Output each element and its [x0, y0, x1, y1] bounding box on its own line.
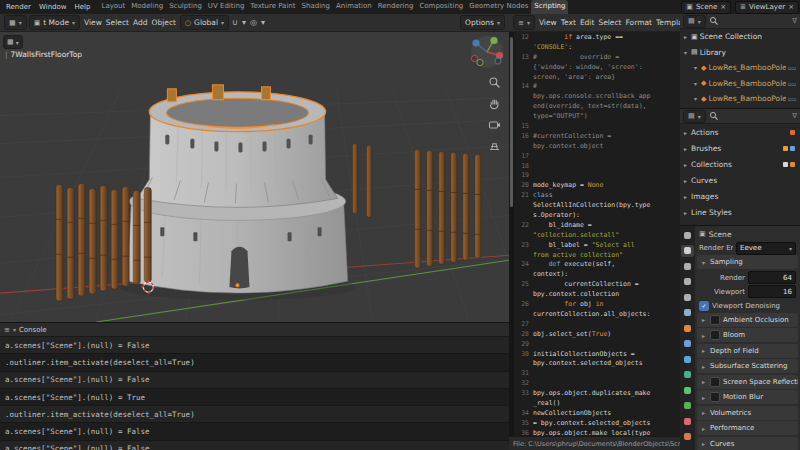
viewport-menu-item[interactable]: View — [82, 18, 104, 27]
props-section-header[interactable]: ▸ Subsurface Scattering — [697, 359, 798, 373]
props-tab[interactable] — [681, 431, 694, 443]
props-tab[interactable] — [681, 353, 694, 365]
disclosure-arrow-icon[interactable]: ▸ — [682, 161, 689, 168]
scrollbar-thumb[interactable] — [510, 37, 513, 207]
fileview-row[interactable]: ▸ Actions — [680, 124, 800, 140]
props-tab[interactable] — [681, 400, 694, 412]
outliner-row[interactable]: ▾ ▤ Library — [680, 45, 800, 61]
viewport-menu-item[interactable]: Add — [131, 18, 150, 27]
info-log-line[interactable]: a.scenes["Scene"].(null) = False — [0, 441, 509, 450]
outliner-row[interactable]: ▸ ▣ Scene Collection — [680, 29, 800, 45]
info-log-line[interactable]: a.scenes["Scene"].(null) = False — [0, 372, 509, 389]
workspace-tab[interactable]: Scripting — [531, 0, 568, 14]
section-checkbox[interactable] — [710, 377, 720, 387]
scene-selector[interactable]: ▣ Scene × — [681, 1, 731, 14]
editor-type-button[interactable]: ▤▾ — [683, 110, 706, 123]
console-editor-icon[interactable]: ≡ — [4, 326, 10, 334]
workspace-tab[interactable]: Geometry Nodes — [466, 0, 531, 14]
text-editor-menu-item[interactable]: Format — [624, 18, 654, 27]
props-section-header[interactable]: ▸ Curves — [697, 437, 798, 450]
fileview-row[interactable]: ▸ Images — [680, 188, 800, 204]
workspace-tab[interactable]: Sculpting — [166, 0, 205, 14]
workspace-tab[interactable]: Animation — [333, 0, 375, 14]
fileview-row[interactable]: ▸ Collections — [680, 156, 800, 172]
overlay-collection-button[interactable]: ▦ ▾ — [3, 35, 23, 49]
props-section-header[interactable]: ▸ Screen Space Reflections — [697, 375, 798, 389]
falloff-dropdown-icon[interactable]: ▾ — [260, 18, 266, 27]
props-section-header[interactable]: ▸ Volumetrics — [697, 406, 798, 420]
filter-icon[interactable]: ∇ — [792, 17, 797, 25]
3d-scene-canvas[interactable] — [0, 32, 509, 322]
info-log-line[interactable]: a.scenes["Scene"].(null) = False — [0, 337, 509, 354]
editor-scrollbar[interactable] — [509, 32, 514, 436]
workspace-tab[interactable]: Texture Paint — [247, 0, 298, 14]
number-field[interactable]: 16 — [748, 285, 796, 298]
section-checkbox[interactable] — [710, 315, 720, 325]
info-log-line[interactable]: a.scenes["Scene"].(null) = False — [0, 423, 509, 440]
disclosure-arrow-icon[interactable]: ▸ — [682, 193, 689, 200]
editor-type-button[interactable]: ▤▾ — [683, 15, 706, 28]
props-tab[interactable] — [681, 369, 694, 381]
props-tab[interactable] — [681, 307, 694, 319]
props-tab[interactable] — [681, 338, 694, 350]
move-view-hand-icon[interactable] — [488, 97, 501, 110]
snap-dropdown-icon[interactable]: ▾ — [241, 18, 247, 27]
camera-view-icon[interactable] — [488, 118, 501, 131]
close-icon[interactable]: × — [720, 3, 726, 11]
fileview-row[interactable]: ▸ Curves — [680, 172, 800, 188]
props-tab[interactable] — [681, 245, 694, 257]
props-tab[interactable] — [681, 291, 694, 303]
props-section-header[interactable]: ▸ Bloom — [697, 328, 798, 342]
disclosure-arrow-icon[interactable]: ▸ — [682, 129, 689, 136]
props-section-header[interactable]: ▸ Ambient Occlusion — [697, 313, 798, 327]
close-icon[interactable]: × — [788, 3, 794, 11]
perspective-toggle-icon[interactable] — [488, 139, 501, 152]
text-editor-menu-item[interactable]: Templates — [654, 18, 680, 27]
viewport-menu-item[interactable]: Select — [104, 18, 131, 27]
section-checkbox[interactable] — [710, 392, 720, 402]
zoom-icon[interactable] — [488, 76, 501, 89]
code-area[interactable]: 12 if area.type =='CONSOLE':13# override… — [515, 33, 680, 436]
disclosure-arrow-icon[interactable]: ▾ — [692, 95, 699, 102]
disclosure-arrow-icon[interactable]: ▸ — [682, 209, 689, 216]
options-button[interactable]: Options▾ — [460, 15, 505, 30]
topbar-menu-item[interactable]: Window — [35, 3, 71, 11]
viewport-menu-item[interactable]: Object — [150, 18, 178, 27]
disclosure-arrow-icon[interactable]: ▾ — [692, 64, 699, 71]
section-checkbox[interactable] — [710, 330, 720, 340]
workspace-tab[interactable]: UV Editing — [205, 0, 248, 14]
render-engine-select[interactable]: Eevee ▾ — [736, 242, 796, 255]
editor-type-button[interactable]: ≡▾ — [513, 15, 535, 30]
props-tab[interactable] — [681, 260, 694, 272]
editor-type-button[interactable]: ▦▾ — [4, 15, 27, 30]
outliner-row[interactable]: ▾ ◆ LowRes_BambooPole ▫▫ — [680, 76, 800, 92]
number-field[interactable]: 64 — [748, 271, 796, 284]
viewport-denoising-checkbox[interactable]: ✓ — [699, 301, 709, 311]
filter-icon[interactable]: ∇ — [792, 112, 797, 120]
workspace-tab[interactable]: Modeling — [128, 0, 166, 14]
topbar-menu-item[interactable]: Help — [71, 3, 95, 11]
workspace-tab[interactable]: Rendering — [375, 0, 417, 14]
proportional-editing-icon[interactable]: ◎ — [249, 18, 258, 27]
props-section-header[interactable]: ▸ Performance — [697, 421, 798, 435]
outliner-row[interactable]: ▾ ◆ LowRes_BambooPole ▫▫ — [680, 60, 800, 76]
fileview-row[interactable]: ▸ Brushes — [680, 140, 800, 156]
navigation-gizmo[interactable] — [470, 35, 504, 69]
info-log-line[interactable]: a.scenes["Scene"].(null) = True — [0, 389, 509, 406]
props-tab[interactable] — [681, 229, 694, 241]
transform-orientation-selector[interactable]: ○Global▾ — [180, 15, 229, 30]
workspace-tab[interactable]: Layout — [99, 0, 129, 14]
disclosure-arrow-icon[interactable]: ▸ — [682, 33, 689, 40]
props-tab[interactable] — [681, 415, 694, 427]
search-icon[interactable] — [709, 111, 719, 121]
outliner-row[interactable]: ▾ ◆ LowRes_BambooPole ▫▫ — [680, 91, 800, 107]
text-editor-menu-item[interactable]: Edit — [578, 18, 597, 27]
snap-magnet-icon[interactable]: ∪ — [231, 18, 239, 27]
props-tab[interactable] — [681, 322, 694, 334]
mode-selector[interactable]: ▣t Mode▾ — [29, 15, 80, 30]
disclosure-arrow-icon[interactable]: ▾ — [682, 49, 689, 56]
section-sampling[interactable]: ▾ Sampling — [697, 255, 798, 269]
workspace-tab[interactable]: Compositing — [416, 0, 466, 14]
disclosure-arrow-icon[interactable]: ▸ — [682, 145, 689, 152]
fileview-row[interactable]: ▸ Line Styles — [680, 204, 800, 220]
